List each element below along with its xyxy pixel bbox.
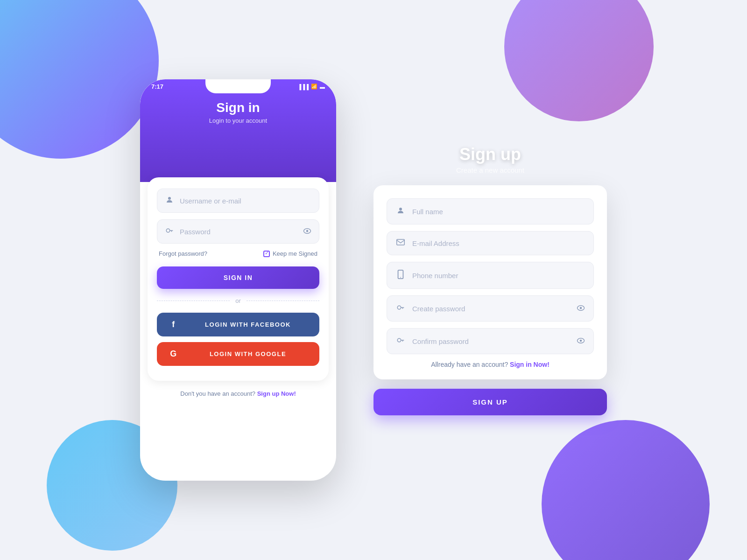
keep-signed-label: Keep me Signed xyxy=(273,250,317,257)
confirm-password-input[interactable] xyxy=(412,337,577,345)
email-icon xyxy=(395,239,406,247)
svg-rect-5 xyxy=(397,239,405,245)
signin-title: Sign in xyxy=(140,100,336,115)
phone-field-container xyxy=(387,262,594,289)
signin-now-link[interactable]: Sign in Now! xyxy=(510,361,550,368)
battery-icon: ▬ xyxy=(320,84,325,90)
email-field-container xyxy=(387,231,594,255)
signup-header: Sign up Create a new account xyxy=(374,145,607,174)
facebook-button-label: LOGIN WITH FACEBOOK xyxy=(183,321,312,328)
confirm-password-toggle-icon[interactable] xyxy=(577,337,585,345)
fullname-field-container xyxy=(387,198,594,224)
signup-title: Sign up xyxy=(374,145,607,164)
divider-left xyxy=(157,301,230,301)
fullname-user-icon xyxy=(395,206,406,217)
google-button-label: LOGIN WITH GOOGLE xyxy=(183,350,312,357)
forgot-password-link[interactable]: Forgot password? xyxy=(159,250,207,257)
create-password-key-icon xyxy=(395,303,406,314)
phone-icon xyxy=(395,270,406,281)
svg-point-4 xyxy=(399,208,402,210)
keep-signed-checkbox[interactable] xyxy=(263,251,270,257)
signup-panel: Sign up Create a new account xyxy=(374,145,607,415)
svg-point-11 xyxy=(397,338,401,342)
signin-button[interactable]: SIGN IN xyxy=(157,266,319,289)
confirm-password-key-icon xyxy=(395,336,406,346)
signal-icon: ▐▐▐ xyxy=(298,84,309,90)
phone-title-area: Sign in Login to your account xyxy=(140,100,336,124)
forgot-row: Forgot password? Keep me Signed xyxy=(157,250,319,257)
signup-card: Allready have an account? Sign in Now! xyxy=(374,185,607,379)
svg-point-3 xyxy=(306,230,309,232)
google-icon: G xyxy=(164,349,183,359)
divider-label: or xyxy=(235,297,241,304)
username-field-container xyxy=(157,189,319,213)
svg-point-1 xyxy=(166,229,170,232)
svg-point-7 xyxy=(400,277,401,278)
divider: or xyxy=(157,297,319,304)
phone-header: 7:17 ▐▐▐ 📶 ▬ Sign in Login to your accou… xyxy=(140,79,336,182)
password-input[interactable] xyxy=(180,228,303,236)
wifi-icon: 📶 xyxy=(311,84,317,90)
status-icons: ▐▐▐ 📶 ▬ xyxy=(298,84,325,90)
password-toggle-icon[interactable] xyxy=(303,228,311,236)
svg-point-8 xyxy=(397,306,401,309)
divider-right xyxy=(247,301,319,301)
main-container: 7:17 ▐▐▐ 📶 ▬ Sign in Login to your accou… xyxy=(0,0,747,560)
username-input[interactable] xyxy=(180,197,311,205)
signup-button[interactable]: SIGN UP xyxy=(374,389,607,415)
create-password-field-container xyxy=(387,295,594,322)
status-time: 7:17 xyxy=(151,83,163,90)
fullname-input[interactable] xyxy=(412,208,585,216)
phone-notch xyxy=(205,79,271,93)
signin-subtitle: Login to your account xyxy=(140,117,336,124)
already-account-text: Allready have an account? xyxy=(431,361,508,368)
facebook-icon: f xyxy=(164,320,183,329)
google-login-button[interactable]: G LOGIN WITH GOOGLE xyxy=(157,342,319,366)
confirm-password-field-container xyxy=(387,328,594,354)
signup-subtitle: Create a new account xyxy=(374,166,607,174)
keep-signed-container: Keep me Signed xyxy=(263,250,317,257)
signup-now-link[interactable]: Sign up Now! xyxy=(257,390,296,397)
password-field-container xyxy=(157,219,319,244)
svg-point-10 xyxy=(580,307,582,309)
facebook-login-button[interactable]: f LOGIN WITH FACEBOOK xyxy=(157,313,319,336)
phone-footer: Don't you have an account? Sign up Now! xyxy=(140,390,336,402)
svg-point-13 xyxy=(580,339,582,342)
create-password-toggle-icon[interactable] xyxy=(577,305,585,313)
key-icon xyxy=(165,226,174,237)
phone-body: Forgot password? Keep me Signed SIGN IN … xyxy=(148,177,329,381)
already-account-row: Allready have an account? Sign in Now! xyxy=(387,361,594,368)
svg-point-0 xyxy=(168,197,171,200)
footer-text: Don't you have an account? xyxy=(180,390,255,397)
user-icon xyxy=(165,196,174,206)
phone-mockup: 7:17 ▐▐▐ 📶 ▬ Sign in Login to your accou… xyxy=(140,79,336,481)
phone-input[interactable] xyxy=(412,272,585,280)
email-input[interactable] xyxy=(412,239,585,247)
create-password-input[interactable] xyxy=(412,305,577,313)
